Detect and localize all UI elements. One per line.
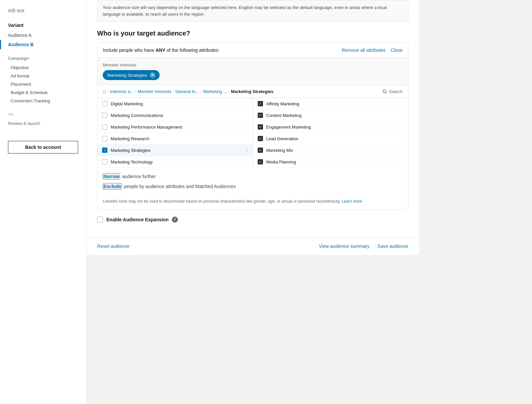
marketing-strategies-tag[interactable]: Marketing Strategies ✕	[103, 70, 160, 80]
main-content: Your audience size will vary depending o…	[86, 0, 532, 404]
sidebar-item-objective[interactable]: Objective	[0, 63, 86, 72]
bc-marketing[interactable]: Marketing ...	[203, 89, 227, 94]
remove-tag-icon[interactable]: ✕	[150, 72, 156, 78]
item-label: Digital Marketing	[111, 101, 143, 106]
sidebar-item-audience-a[interactable]: Audience A	[0, 31, 86, 40]
member-interests-label: Member Interests	[103, 62, 403, 67]
include-text: Include people who have ANY of the follo…	[103, 48, 219, 53]
list-item[interactable]: ✓ Lead Generation	[253, 133, 408, 145]
checkbox-engagement[interactable]: ✓	[258, 124, 263, 130]
list-item[interactable]: Marketing Communications	[97, 110, 253, 121]
variant-label: Variant	[0, 19, 86, 31]
sidebar-item-placement[interactable]: Placement	[0, 80, 86, 88]
list-item[interactable]: ✓ Engagement Marketing	[253, 121, 408, 133]
list-item[interactable]: Digital Marketing	[97, 98, 253, 110]
checkbox-marketing-comms[interactable]	[102, 113, 107, 118]
exclude-button[interactable]: Exclude	[103, 183, 122, 190]
item-label: Engagement Marketing	[266, 125, 311, 130]
back-to-account-button[interactable]: Back to account	[8, 141, 78, 153]
checkbox-marketing-tech[interactable]	[102, 159, 107, 164]
include-actions: Remove all attributes Close	[342, 48, 403, 53]
bc-marketing-strategies[interactable]: Marketing Strategies	[231, 89, 273, 94]
bc-sep-0: ›	[107, 89, 109, 94]
close-button[interactable]: Close	[391, 48, 403, 53]
item-label: Lead Generation	[266, 136, 299, 141]
tag-label: Marketing Strategies	[107, 73, 147, 78]
list-item[interactable]: Marketing Technology	[97, 156, 253, 168]
bc-sep-3: ›	[200, 89, 202, 94]
list-item[interactable]: ✓ Content Marketing	[253, 110, 408, 121]
exclude-text: people by audience attributes and Matche…	[124, 184, 236, 189]
audience-expansion-checkbox[interactable]	[97, 217, 103, 223]
exclude-row: Exclude people by audience attributes an…	[103, 183, 403, 190]
list-container: Digital Marketing Marketing Communicatio…	[97, 98, 408, 168]
remove-all-attributes-button[interactable]: Remove all attributes	[342, 48, 386, 53]
item-label: Marketing Strategies	[111, 148, 150, 153]
content-area: Your audience size will vary depending o…	[86, 0, 419, 237]
bc-member-interests[interactable]: Member Interests	[138, 89, 171, 94]
item-label: Media Planning	[266, 159, 296, 164]
list-item[interactable]: Marketing Research	[97, 133, 253, 145]
campaign-section-label: Campaign	[0, 49, 86, 63]
search-label: Search	[389, 89, 403, 94]
language-notice: Your audience size will vary depending o…	[97, 0, 408, 22]
narrow-row: Narrow audience further	[103, 173, 403, 180]
section-title: Who is your target audience?	[97, 30, 408, 37]
view-audience-summary-button[interactable]: View audience summary	[319, 244, 369, 249]
checkbox-marketing-research[interactable]	[102, 136, 107, 141]
sidebar-item-conversion-tracking[interactable]: Conversion Tracking	[0, 97, 86, 105]
save-audience-button[interactable]: Save audience	[377, 244, 408, 249]
sidebar: A/B test Variant Audience A Audience B C…	[0, 0, 86, 404]
checkbox-marketing-mix[interactable]: ✓	[258, 148, 263, 153]
bc-general-in[interactable]: General In...	[175, 89, 199, 94]
list-item[interactable]: ✓ Media Planning	[253, 156, 408, 168]
checkbox-media-planning[interactable]: ✓	[258, 159, 263, 164]
left-list: Digital Marketing Marketing Communicatio…	[97, 98, 253, 168]
include-header: Include people who have ANY of the follo…	[97, 43, 408, 58]
svg-line-1	[385, 92, 387, 94]
narrow-exclude-section: Narrow audience further Exclude people b…	[97, 168, 408, 194]
item-label: Affinity Marketing	[266, 101, 299, 106]
footer-bar: Reset audience View audience summary Sav…	[86, 237, 419, 255]
right-list: ✓ Affinity Marketing ✓ Content Marketing…	[253, 98, 408, 168]
reset-audience-button[interactable]: Reset audience	[97, 244, 129, 249]
item-label: Marketing Mix	[266, 148, 293, 153]
bc-sep-1: ›	[135, 89, 136, 94]
ad-section-label: Ad	[0, 105, 86, 119]
audience-expansion-row: Enable Audience Expansion ?	[97, 210, 408, 227]
audience-box: Include people who have ANY of the follo…	[97, 43, 408, 210]
info-icon[interactable]: ?	[172, 217, 178, 223]
checkbox-digital-marketing[interactable]	[102, 101, 107, 106]
item-label: Marketing Research	[111, 136, 149, 141]
checkbox-marketing-strategies[interactable]: ✓	[102, 148, 107, 153]
list-item[interactable]: Marketing Performance Management	[97, 121, 253, 133]
breadcrumb-row: ⌂ › Interests a... › Member Interests › …	[97, 85, 408, 98]
search-icon	[382, 89, 387, 94]
item-label: Marketing Communications	[111, 113, 163, 118]
item-label: Marketing Performance Management	[111, 125, 182, 130]
list-item[interactable]: ✓ Affinity Marketing	[253, 98, 408, 110]
checkbox-marketing-perf[interactable]	[102, 124, 107, 130]
search-area[interactable]: Search	[382, 89, 403, 94]
sidebar-item-audience-b[interactable]: Audience B	[0, 40, 86, 49]
bc-interests[interactable]: Interests a...	[110, 89, 134, 94]
disclaimer: LinkedIn tools may not be used to discri…	[97, 194, 408, 210]
narrow-button[interactable]: Narrow	[103, 173, 120, 180]
home-icon[interactable]: ⌂	[103, 88, 106, 94]
learn-more-link[interactable]: Learn more	[342, 199, 362, 204]
item-label: Content Marketing	[266, 113, 302, 118]
checkbox-content[interactable]: ✓	[258, 113, 263, 118]
item-label: Marketing Technology	[111, 159, 153, 164]
audience-expansion-label: Enable Audience Expansion	[106, 217, 169, 222]
member-interests-section: Member Interests Marketing Strategies ✕	[97, 58, 408, 85]
checkbox-lead-gen[interactable]: ✓	[258, 136, 263, 141]
bc-sep-2: ›	[173, 89, 174, 94]
narrow-text: audience further	[122, 174, 156, 179]
list-item[interactable]: ✓ Marketing Mix	[253, 145, 408, 156]
bc-sep-4: ›	[228, 89, 229, 94]
list-item-selected[interactable]: ✓ Marketing Strategies ›	[97, 145, 253, 156]
sidebar-item-ad-format[interactable]: Ad format	[0, 72, 86, 80]
sidebar-item-budget-schedule[interactable]: Budget & Schedule	[0, 88, 86, 97]
sidebar-item-review[interactable]: Review & launch	[0, 119, 86, 128]
checkbox-affinity[interactable]: ✓	[258, 101, 263, 106]
